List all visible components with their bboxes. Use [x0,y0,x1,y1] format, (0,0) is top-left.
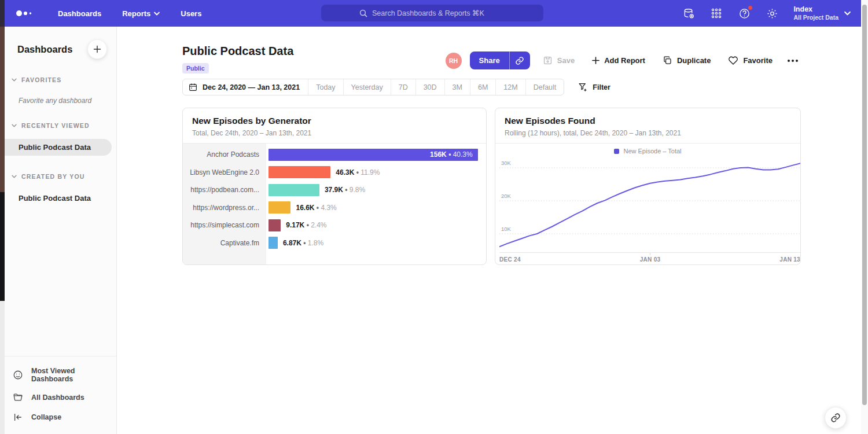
card-title[interactable]: New Episodes by Generator [192,116,477,126]
section-favorites[interactable]: FAVORITES [5,76,116,83]
favorites-empty-text: Favorite any dashboard [5,97,116,105]
search-input[interactable] [372,9,505,17]
duplicate-label: Duplicate [677,56,711,65]
bar-segment[interactable]: 156K • 40.3% [269,149,478,161]
search-icon [359,9,367,17]
section-recently-viewed[interactable]: RECENTLY VIEWED [5,122,116,129]
all-dashboards-link[interactable]: All Dashboards [5,388,116,407]
settings-gear-icon[interactable] [766,7,778,20]
folder-icon [13,392,23,403]
help-icon[interactable] [738,7,751,20]
filter-label: Filter [593,83,610,91]
x-tick-label: JAN 13 [779,256,800,263]
chevron-down-icon [12,124,17,127]
date-preset-6m[interactable]: 6M [470,79,495,95]
mixpanel-logo-icon[interactable] [15,9,36,17]
most-viewed-dashboards-link[interactable]: Most Viewed Dashboards [5,362,116,388]
share-link-fab[interactable] [825,407,847,429]
chart-legend[interactable]: New Episode – Total [495,144,800,159]
filter-button[interactable]: Filter [578,82,610,92]
x-tick-label: DEC 24 [499,256,521,263]
x-axis-tick [650,253,650,255]
bar-segment[interactable] [269,184,319,196]
global-search[interactable] [321,5,543,21]
date-range-bar: Dec 24, 2020 — Jan 13, 2021 TodayYesterd… [182,79,564,95]
bar-segment[interactable] [269,237,278,249]
date-preset-7d[interactable]: 7D [391,79,415,95]
apps-grid-icon[interactable] [710,7,723,20]
link-icon [515,56,524,65]
bar-value-label: 6.87K • 1.8% [283,239,323,247]
plus-icon [592,57,599,64]
save-label: Save [557,56,575,65]
bar-category-label: https://podbean.com... [183,186,267,194]
bar-row: https://simplecast.com9.17K • 2.4% [183,216,486,234]
add-dashboard-button[interactable] [87,39,107,59]
collapse-sidebar-button[interactable]: Collapse [5,407,116,427]
save-button[interactable]: Save [538,52,579,69]
chevron-down-icon [12,175,17,178]
date-preset-yesterday[interactable]: Yesterday [343,79,391,95]
date-preset-default[interactable]: Default [525,79,564,95]
card-title[interactable]: New Episodes Found [505,116,791,126]
date-preset-today[interactable]: Today [308,79,343,95]
project-name: Index [793,5,838,14]
edge-segment [0,0,5,27]
date-range-picker[interactable]: Dec 24, 2020 — Jan 13, 2021 [183,79,308,95]
nav-link-dashboards[interactable]: Dashboards [58,9,101,18]
chevron-down-icon [12,78,17,82]
nav-link-users[interactable]: Users [181,9,201,18]
bar-value-label: 46.3K • 11.9% [336,168,380,176]
bar-segment[interactable] [269,166,330,178]
filter-funnel-icon [578,82,588,92]
chevron-down-icon [844,11,851,16]
x-axis: DEC 24 JAN 03 JAN 13 [499,252,800,263]
page-scrollbar[interactable] [861,0,868,434]
data-management-icon[interactable] [682,7,695,20]
add-report-button[interactable]: Add Report [587,53,650,68]
bar-chart: Anchor Podcasts156K • 40.3%Libsyn WebEng… [183,144,486,265]
bar-value-label: 37.9K • 9.8% [325,186,365,194]
share-button[interactable]: Share [470,52,509,69]
app-window: Dashboards Reports Users [0,0,868,434]
avatar[interactable]: RH [446,53,462,69]
dashboard-actions: RH Share [446,52,800,69]
bar-row: Captivate.fm6.87K • 1.8% [183,234,486,252]
sidebar-footer: Most Viewed Dashboards All Dashboards [5,356,116,434]
sidebar-title: Dashboards [17,44,72,55]
favorite-label: Favorite [743,56,773,65]
main-content: Public Podcast Data Public RH Share [117,27,861,434]
section-label: RECENTLY VIEWED [21,122,90,129]
sidebar-item-public-podcast-data-created[interactable]: Public Podcast Data [5,190,112,207]
bar-segment[interactable] [269,201,290,214]
copy-link-button[interactable] [509,52,530,69]
scrollbar-thumb[interactable] [862,5,867,405]
section-label: CREATED BY YOU [21,173,85,180]
duplicate-icon [663,56,672,65]
public-badge: Public [182,63,209,73]
favorite-button[interactable]: Favorite [723,52,777,69]
bar-category-label: https://wordpress.or... [183,204,267,212]
section-created-by-you[interactable]: CREATED BY YOU [5,173,116,180]
date-preset-30d[interactable]: 30D [415,79,444,95]
duplicate-button[interactable]: Duplicate [658,52,716,69]
bar-segment[interactable] [269,219,281,231]
sidebar-item-public-podcast-data[interactable]: Public Podcast Data [5,139,112,156]
card-subtitle: Total, Dec 24th, 2020 – Jan 13th, 2021 [192,129,477,137]
more-options-button[interactable] [785,56,800,65]
collapse-icon [13,412,23,422]
calendar-icon [189,83,197,91]
bar-row: https://podbean.com...37.9K • 9.8% [183,181,486,199]
nav-link-reports[interactable]: Reports [122,9,160,18]
bar-category-label: Libsyn WebEngine 2.0 [183,168,267,176]
date-preset-3m[interactable]: 3M [444,79,470,95]
section-label: FAVORITES [21,76,62,83]
link-icon [830,413,841,423]
line-series-new-episode-total[interactable] [499,163,801,247]
project-switcher[interactable]: Index All Project Data [793,5,851,22]
y-tick-label: 20K [501,193,512,199]
bar-category-label: Captivate.fm [183,239,267,247]
notification-badge [748,5,753,10]
date-preset-12m[interactable]: 12M [495,79,525,95]
x-tick-label: JAN 03 [640,256,661,263]
